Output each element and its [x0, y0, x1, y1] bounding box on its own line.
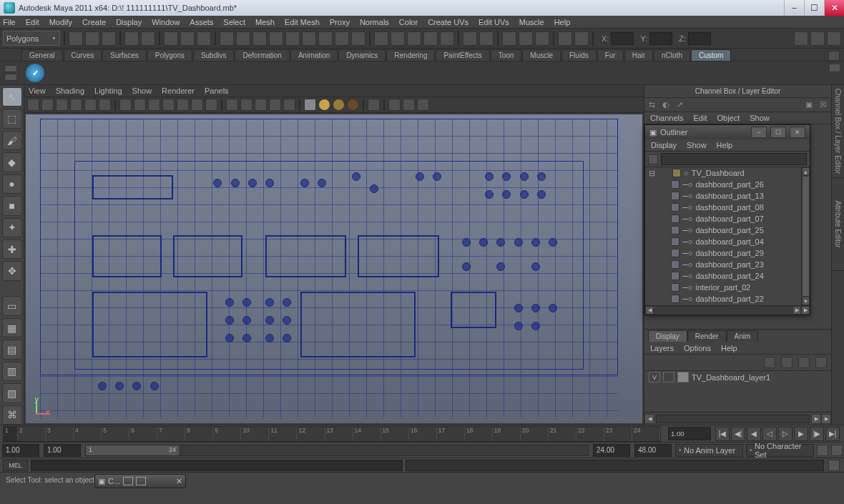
outliner-item[interactable]: ─○dashboard_part_07: [645, 213, 810, 224]
outliner-close-button[interactable]: ✕: [790, 127, 805, 138]
os-taskbar-button[interactable]: ▣ C... ✕: [94, 474, 186, 488]
step-forward-button[interactable]: ▶: [794, 427, 808, 441]
outliner-item[interactable]: ─○dashboard_part_25: [645, 224, 810, 236]
history-on-icon[interactable]: [463, 31, 477, 46]
universal-manip-tool-icon[interactable]: ✦: [2, 218, 22, 237]
taskbar-minimize-icon[interactable]: [123, 477, 133, 485]
step-forward-key-button[interactable]: |▶: [810, 427, 824, 441]
layer-new-icon[interactable]: [764, 357, 775, 368]
anim-prefs-icon[interactable]: [831, 445, 843, 456]
view-field-chart-icon[interactable]: [177, 99, 189, 111]
play-forward-button[interactable]: ▷: [778, 427, 793, 441]
shelf-tab-animation[interactable]: Animation: [290, 49, 338, 61]
mask-dynamic-icon[interactable]: [302, 31, 316, 46]
layer-visibility-toggle[interactable]: V: [649, 372, 660, 382]
menu-create[interactable]: Create: [82, 18, 106, 26]
autokey-icon[interactable]: [817, 445, 828, 456]
command-input[interactable]: [31, 460, 403, 471]
side-tab-attribute-editor[interactable]: Attribute Editor: [832, 178, 844, 271]
menu-modify[interactable]: Modify: [49, 18, 72, 26]
outliner-titlebar[interactable]: ▣ Outliner – ☐ ✕: [645, 125, 810, 139]
shelf-custom-check-icon[interactable]: ✓: [26, 64, 44, 82]
window-minimize-button[interactable]: –: [784, 0, 804, 16]
layout-persp-icon[interactable]: [810, 31, 825, 46]
view-flat-light-icon[interactable]: [347, 99, 359, 111]
play-back-button[interactable]: ◁: [762, 427, 777, 441]
cb-collapse-icon[interactable]: ▣: [805, 100, 813, 109]
shelf-tab-general[interactable]: General: [21, 49, 63, 61]
redo-icon[interactable]: [141, 31, 155, 46]
view-xray-joints-icon[interactable]: [403, 99, 415, 111]
character-set-dropdown[interactable]: No Character Set: [746, 444, 814, 457]
shelf-tab-curves[interactable]: Curves: [64, 49, 102, 61]
layout-four-icon[interactable]: ▦: [2, 318, 22, 337]
outliner-menu-show[interactable]: Show: [687, 141, 707, 149]
view-grease-icon[interactable]: [99, 99, 111, 111]
mask-surface-icon[interactable]: [269, 31, 283, 46]
taskbar-maximize-icon[interactable]: [136, 477, 146, 485]
cb-arrange-icon[interactable]: ⇆: [649, 100, 655, 109]
layer-scroll-left-icon[interactable]: ◀: [644, 414, 654, 424]
cb-menu-show[interactable]: Show: [750, 114, 770, 122]
go-to-start-button[interactable]: |◀: [715, 427, 730, 441]
range-slider[interactable]: 1 24: [85, 445, 589, 456]
outliner-menu-help[interactable]: Help: [717, 141, 733, 149]
menu-editmesh[interactable]: Edit Mesh: [285, 18, 320, 26]
view-camera-select-icon[interactable]: [27, 99, 39, 111]
view-menu-panels[interactable]: Panels: [205, 87, 229, 95]
layer-item[interactable]: V TV_Dashboard_layer1: [644, 370, 831, 383]
view-high-quality-icon[interactable]: [283, 99, 295, 111]
outliner-menu-display[interactable]: Display: [651, 141, 677, 149]
shelf-tab-ncloth[interactable]: nCloth: [654, 49, 690, 61]
current-frame-field[interactable]: 1.00: [668, 427, 711, 440]
mask-render-icon[interactable]: [318, 31, 333, 46]
outliner-maximize-button[interactable]: ☐: [770, 127, 786, 138]
outliner-window[interactable]: ▣ Outliner – ☐ ✕ Display Show Help: [644, 124, 810, 315]
cb-menu-object[interactable]: Object: [717, 114, 740, 122]
shelf-tab-subdivs[interactable]: Subdivs: [193, 49, 235, 61]
layout-persp-outliner-icon[interactable]: ▥: [2, 362, 22, 381]
snap-live-icon[interactable]: [440, 31, 454, 46]
view-shadows-icon[interactable]: [269, 99, 281, 111]
shelf-tab-fur[interactable]: Fur: [597, 49, 624, 61]
select-tool-icon[interactable]: ↖: [2, 87, 22, 107]
view-menu-show[interactable]: Show: [132, 87, 152, 95]
layout-graph-icon[interactable]: ▧: [2, 383, 22, 402]
layer-color-swatch[interactable]: [677, 372, 689, 382]
view-image-plane-icon[interactable]: [70, 99, 82, 111]
snap-curve-icon[interactable]: [391, 31, 405, 46]
outliner-hscrollbar[interactable]: ◀ ▶ ▶: [645, 305, 810, 315]
side-tab-channelbox[interactable]: Channel Box / Layer Editor: [832, 85, 844, 178]
input-rel-icon[interactable]: [574, 31, 589, 46]
anim-layer-dropdown[interactable]: No Anim Layer: [675, 444, 743, 457]
command-type-dropdown[interactable]: MEL: [3, 460, 28, 471]
paint-select-tool-icon[interactable]: 🖌: [2, 131, 22, 150]
outliner-search-input[interactable]: [661, 153, 807, 165]
layer-hscrollbar[interactable]: [656, 415, 810, 423]
view-xray-icon[interactable]: [388, 99, 401, 111]
scroll-track[interactable]: [654, 306, 793, 315]
outliner-item[interactable]: ─○dashboard_part_04: [645, 236, 810, 247]
layer-scroll-right-icon[interactable]: ▶: [821, 414, 831, 424]
cb-menu-edit[interactable]: Edit: [693, 114, 707, 122]
menu-select[interactable]: Select: [223, 18, 245, 26]
shelf-scroll-up-icon[interactable]: [830, 64, 840, 71]
menu-proxy[interactable]: Proxy: [330, 18, 350, 26]
ipr-render-icon[interactable]: [519, 31, 533, 46]
view-film-gate-icon[interactable]: [134, 99, 146, 111]
outliner-item[interactable]: ─○dashboard_part_24: [645, 270, 810, 282]
menu-edituvs[interactable]: Edit UVs: [479, 18, 509, 26]
sel-hierarchy-icon[interactable]: [164, 31, 178, 46]
shelf-tab-muscle[interactable]: Muscle: [522, 49, 561, 61]
view-smooth-shade-icon[interactable]: [240, 99, 252, 111]
layout-four-icon[interactable]: [827, 31, 841, 46]
mode-menu-dropdown[interactable]: Polygons: [3, 31, 60, 46]
play-total-field[interactable]: 48.00: [634, 444, 672, 457]
shelf-trash-icon[interactable]: [828, 51, 840, 61]
view-default-light-icon[interactable]: [304, 99, 316, 111]
view-2d-pan-icon[interactable]: [84, 99, 97, 111]
shelf-tab-hair[interactable]: Hair: [624, 49, 653, 61]
anim-end-field[interactable]: 24.00: [593, 444, 630, 457]
window-close-button[interactable]: ✕: [824, 0, 844, 16]
view-menu-renderer[interactable]: Renderer: [162, 87, 195, 95]
